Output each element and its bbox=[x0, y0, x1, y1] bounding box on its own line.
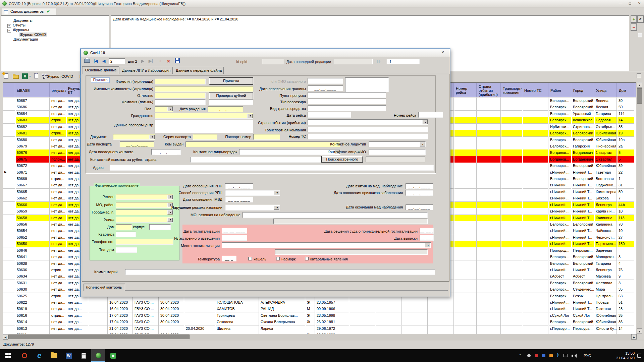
grid-cell[interactable]: Туринцева bbox=[216, 312, 259, 319]
grid-cell[interactable] bbox=[3, 149, 15, 156]
column-header[interactable] bbox=[3, 83, 15, 97]
mvd-date-input[interactable]: __.__.____ bbox=[225, 197, 253, 202]
grid-cell[interactable]: Карла Ли... bbox=[595, 208, 617, 215]
grid-cell[interactable] bbox=[454, 215, 477, 222]
grid-cell[interactable]: 09.09.1966 bbox=[316, 306, 349, 312]
taskbar-word-icon[interactable]: W bbox=[62, 349, 76, 362]
grid-cell[interactable]: Пархомен... bbox=[595, 241, 617, 247]
grid-cell[interactable] bbox=[501, 267, 522, 274]
grid-cell[interactable]: нет да... bbox=[50, 332, 66, 334]
grid-cell[interactable]: Сухой Лог bbox=[572, 312, 594, 319]
grid-cell[interactable] bbox=[454, 267, 477, 274]
grid-cell[interactable] bbox=[454, 332, 477, 334]
grid-cell[interactable]: Богданович bbox=[572, 149, 594, 156]
grid-cell[interactable]: 50611 bbox=[16, 332, 50, 334]
grid-cell[interactable]: Белоярский bbox=[572, 319, 594, 325]
grid-cell[interactable] bbox=[454, 241, 477, 247]
nav-prev-icon[interactable]: ◀ bbox=[102, 59, 105, 63]
grid-cell[interactable]: Богданович bbox=[572, 156, 594, 163]
grid-cell[interactable] bbox=[501, 137, 522, 143]
grid-cell[interactable] bbox=[454, 137, 477, 143]
grid-cell[interactable]: 22 bbox=[618, 169, 634, 176]
passport-number-input[interactable] bbox=[253, 134, 280, 140]
grid-cell[interactable] bbox=[454, 104, 477, 111]
tab-lpu-lab[interactable]: Данные ЛПУ и Лаборатория bbox=[119, 67, 173, 74]
grid-cell[interactable]: 63 bbox=[618, 293, 634, 300]
grid-cell[interactable]: 5 bbox=[618, 156, 634, 163]
grid-cell[interactable] bbox=[454, 156, 477, 163]
grid-cell[interactable] bbox=[454, 286, 477, 293]
grid-cell[interactable]: г.Нижний ... bbox=[549, 267, 571, 274]
grid-cell[interactable] bbox=[89, 332, 108, 334]
grid-cell[interactable] bbox=[477, 156, 501, 163]
grid-cell[interactable]: 23.05.1998 bbox=[316, 312, 349, 319]
start-button[interactable] bbox=[0, 349, 16, 362]
grid-cell[interactable]: Режик bbox=[572, 293, 594, 300]
grid-cell[interactable] bbox=[523, 124, 548, 130]
grid-cell[interactable] bbox=[3, 221, 15, 228]
grid-cell[interactable]: Нижний Т... bbox=[572, 267, 594, 274]
grid-cell[interactable]: Белоярск... bbox=[549, 293, 571, 300]
grid-cell[interactable]: нет да... bbox=[50, 247, 66, 254]
grid-cell[interactable]: Оксана Валерьевна bbox=[260, 319, 305, 325]
grid-cell[interactable]: нет да... bbox=[50, 241, 66, 247]
grid-cell[interactable] bbox=[3, 117, 15, 124]
grid-cell[interactable] bbox=[501, 228, 522, 234]
grid-cell[interactable] bbox=[454, 312, 477, 319]
grid-cell[interactable]: 30.04.2020 bbox=[159, 319, 184, 325]
grid-cell[interactable] bbox=[428, 312, 454, 319]
hscroll-thumb[interactable] bbox=[8, 335, 190, 339]
grid-cell[interactable] bbox=[477, 228, 501, 234]
grid-cell[interactable] bbox=[501, 143, 522, 150]
grid-cell[interactable]: г.Нижний ... bbox=[549, 169, 571, 176]
grid-cell[interactable]: нет да... bbox=[50, 202, 66, 208]
grid-cell[interactable]: 30.04.2020 bbox=[159, 306, 184, 312]
grid-cell[interactable]: Светлана Борислав... bbox=[260, 312, 305, 319]
grid-cell[interactable]: нет да... bbox=[50, 104, 66, 111]
grid-cell[interactable]: ГАУЗ СО ... bbox=[133, 325, 159, 332]
grid-cell[interactable]: 27 bbox=[618, 234, 634, 241]
grid-cell[interactable] bbox=[523, 104, 548, 111]
grid-cell[interactable] bbox=[501, 319, 522, 325]
grid-cell[interactable]: 50652 bbox=[16, 234, 50, 241]
grid-cell[interactable] bbox=[89, 325, 108, 332]
grid-cell[interactable] bbox=[350, 319, 375, 325]
grid-cell[interactable]: Ж bbox=[306, 319, 315, 325]
checkpoint-input[interactable] bbox=[308, 92, 386, 98]
grid-cell[interactable] bbox=[454, 208, 477, 215]
tab-file-transfer[interactable]: Данные о передаче файла bbox=[173, 67, 224, 74]
grid-cell[interactable] bbox=[3, 306, 15, 312]
grid-cell[interactable] bbox=[477, 176, 501, 182]
grid-cell[interactable] bbox=[618, 247, 634, 254]
tray-user-icon[interactable] bbox=[527, 354, 531, 357]
grid-cell[interactable]: Нижний Т... bbox=[572, 189, 594, 195]
grid-cell[interactable]: Белоярский bbox=[572, 137, 594, 143]
dup-check-button[interactable]: Проверка дублей bbox=[209, 92, 253, 100]
grid-cell[interactable] bbox=[454, 98, 477, 104]
grid-cell[interactable]: Нижний Т... bbox=[572, 299, 594, 306]
grid-cell[interactable] bbox=[3, 124, 15, 130]
grid-cell[interactable] bbox=[428, 325, 454, 332]
grid-cell[interactable] bbox=[477, 137, 501, 143]
grid-cell[interactable] bbox=[454, 306, 477, 312]
grid-cell[interactable]: Юбилейная bbox=[595, 137, 617, 143]
grid-cell[interactable]: 50650 bbox=[16, 241, 50, 247]
isolation-select[interactable] bbox=[225, 205, 280, 210]
grid-cell[interactable] bbox=[523, 98, 548, 104]
citizenship-select[interactable] bbox=[155, 113, 253, 119]
grid-cell[interactable]: 14 bbox=[618, 117, 634, 124]
grid-cell[interactable]: Пионерская bbox=[595, 143, 617, 150]
patronymic-input[interactable] bbox=[155, 93, 206, 99]
grid-cell[interactable] bbox=[477, 221, 501, 228]
grid-cell[interactable]: 50654 bbox=[16, 228, 50, 234]
grid-cell[interactable] bbox=[185, 319, 215, 325]
grid-cell[interactable] bbox=[3, 189, 15, 195]
grid-cell[interactable] bbox=[454, 202, 477, 208]
grid-cell[interactable] bbox=[216, 332, 259, 334]
grid-cell[interactable]: 7 bbox=[618, 195, 634, 202]
grid-cell[interactable] bbox=[350, 312, 375, 319]
last-contact-input[interactable]: __.__.____ bbox=[151, 149, 181, 155]
grid-cell[interactable] bbox=[454, 273, 477, 280]
grid-cell[interactable] bbox=[477, 98, 501, 104]
grid-cell[interactable]: Нижний Т... bbox=[572, 215, 594, 222]
